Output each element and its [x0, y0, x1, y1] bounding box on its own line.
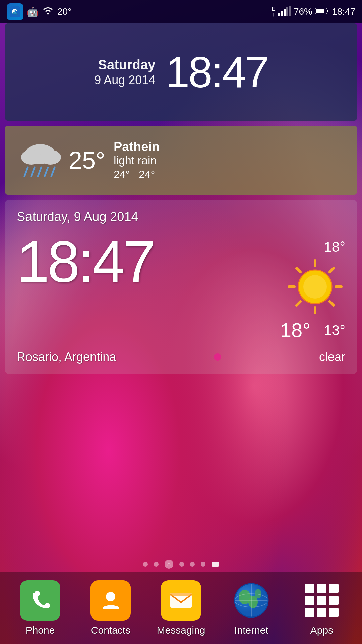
page-dot-home[interactable] [165, 560, 173, 569]
svg-rect-32 [170, 593, 192, 596]
dock-item-messaging[interactable]: Messaging [151, 580, 211, 636]
internet-label: Internet [234, 625, 268, 636]
signal-icon [278, 6, 291, 17]
svg-rect-5 [284, 9, 286, 16]
wifi-icon [42, 6, 54, 18]
data-icon: E ↓ [272, 6, 276, 17]
svg-rect-3 [278, 13, 280, 16]
main-weather-right: 18° [280, 232, 345, 342]
main-time-row: 18:47 18° [17, 232, 345, 342]
svg-line-27 [297, 268, 300, 272]
svg-point-30 [106, 592, 115, 601]
page-dot-6[interactable] [201, 562, 205, 567]
weather-widget: 25° Pathein light rain 24° 24° [5, 126, 357, 195]
svg-line-16 [31, 167, 35, 176]
status-right: E ↓ 76% 18:47 [272, 6, 355, 17]
widget-day: Saturday [94, 57, 155, 73]
status-bar: 🌊 🤖 20° E ↓ [0, 0, 362, 23]
main-clock-time: 18:47 [17, 232, 154, 291]
dock-item-contacts[interactable]: Contacts [80, 580, 141, 636]
dock-item-phone[interactable]: Phone [10, 580, 70, 636]
temperature-display: 20° [57, 6, 71, 17]
main-current-temp: 18° [280, 319, 311, 342]
svg-line-21 [330, 268, 334, 272]
svg-rect-7 [289, 6, 291, 16]
page-dot-5[interactable] [190, 562, 195, 567]
svg-rect-4 [281, 11, 283, 16]
apps-icon[interactable] [302, 580, 342, 621]
weather-low: 24° [114, 168, 130, 180]
main-clock-widget: Saturday, 9 Aug 2014 18:47 18° [5, 200, 357, 374]
sun-icon [285, 257, 345, 317]
svg-point-29 [303, 275, 327, 299]
widget-clock-time: 18:47 [165, 50, 267, 94]
dock-item-apps[interactable]: Apps [292, 580, 352, 636]
clock-widget: Saturday 9 Aug 2014 18:47 [5, 23, 357, 121]
weather-info: Pathein light rain 24° 24° [114, 140, 160, 181]
svg-line-18 [45, 167, 48, 176]
svg-line-19 [51, 167, 55, 176]
svg-text:🌊: 🌊 [11, 8, 19, 15]
svg-rect-10 [316, 9, 324, 13]
main-high-temp: 18° [324, 239, 345, 255]
battery-percent: 76% [294, 6, 312, 17]
svg-line-17 [38, 167, 41, 176]
main-low-temp: 13° [324, 322, 345, 338]
apps-grid [305, 584, 339, 617]
weather-high: 24° [139, 168, 155, 180]
weather-temperature: 25° [69, 147, 105, 174]
main-date: Saturday, 9 Aug 2014 [17, 210, 345, 224]
messaging-label: Messaging [157, 625, 205, 636]
notification-icon: 🌊 [7, 3, 23, 20]
internet-icon[interactable] [231, 580, 272, 621]
svg-rect-14 [25, 157, 55, 163]
svg-line-23 [330, 302, 334, 305]
contacts-label: Contacts [91, 625, 130, 636]
location-dot [214, 353, 221, 361]
apps-label: Apps [310, 625, 333, 636]
phone-label: Phone [26, 625, 55, 636]
widget-date-text: 9 Aug 2014 [94, 73, 155, 87]
android-icon: 🤖 [27, 6, 39, 17]
battery-icon [315, 7, 329, 16]
weather-city: Pathein [114, 140, 160, 154]
main-weather-status: clear [319, 350, 345, 364]
page-dot-7[interactable] [212, 562, 219, 567]
dock-item-internet[interactable]: Internet [221, 580, 282, 636]
page-dot-2[interactable] [154, 562, 159, 567]
weather-cloud-icon [15, 138, 69, 183]
svg-line-25 [297, 302, 300, 305]
phone-icon[interactable] [20, 580, 60, 621]
messaging-icon[interactable] [161, 580, 201, 621]
svg-point-2 [47, 13, 49, 14]
main-location: Rosario, Argentina [17, 350, 116, 364]
svg-rect-6 [286, 7, 288, 16]
weather-description: light rain [114, 154, 160, 167]
svg-rect-9 [327, 10, 328, 12]
page-indicators [0, 560, 362, 569]
svg-line-15 [24, 167, 28, 176]
page-dot-4[interactable] [179, 562, 184, 567]
status-time: 18:47 [332, 6, 355, 17]
main-bottom-row: Rosario, Argentina clear [17, 350, 345, 364]
widget-date: Saturday 9 Aug 2014 [94, 57, 155, 87]
contacts-icon[interactable] [90, 580, 131, 621]
dock: Phone Contacts Messaging [0, 572, 362, 644]
status-left: 🌊 🤖 20° [7, 3, 71, 20]
svg-point-36 [248, 596, 258, 608]
weather-range: 24° 24° [114, 168, 160, 181]
page-dot-1[interactable] [143, 562, 148, 567]
